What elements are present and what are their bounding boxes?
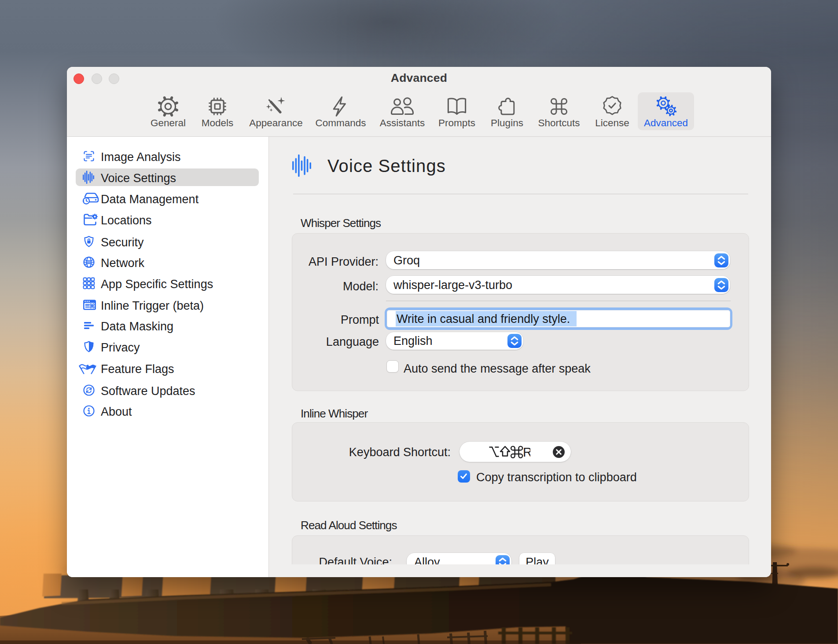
svg-text:R: R — [523, 445, 530, 459]
